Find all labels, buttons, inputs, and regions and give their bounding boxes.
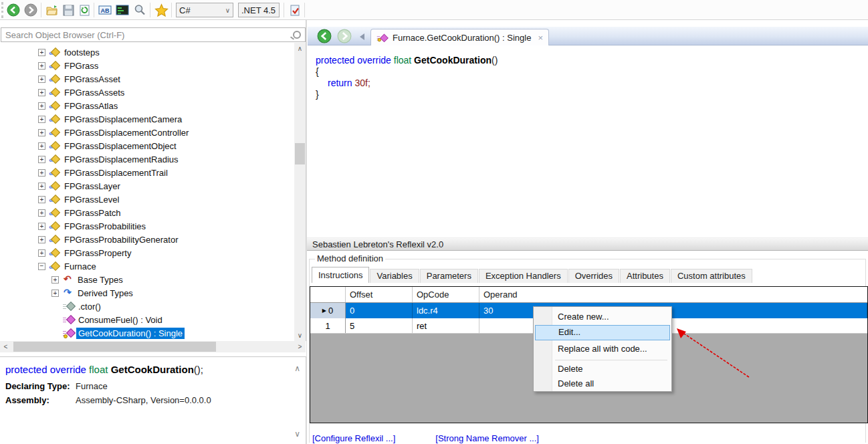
tree-vertical-scrollbar[interactable]: ∧ ∨ bbox=[294, 43, 306, 341]
tab-variables[interactable]: Variables bbox=[370, 269, 419, 283]
groupbox-label: Method definition bbox=[315, 253, 385, 263]
expand-icon[interactable] bbox=[38, 116, 45, 123]
tab-overrides[interactable]: Overrides bbox=[568, 269, 619, 283]
tree-item[interactable]: FPGrassDisplacementObject bbox=[0, 139, 293, 152]
search-input[interactable] bbox=[5, 30, 293, 40]
tree-item[interactable]: FPGrassLayer bbox=[0, 179, 293, 193]
expand-icon[interactable] bbox=[51, 290, 59, 297]
tree-item[interactable]: FPGrassAsset bbox=[0, 72, 293, 86]
tree-item-furnace[interactable]: Furnace bbox=[0, 259, 293, 273]
tree-item-base-types[interactable]: Base Types bbox=[0, 273, 293, 286]
tree-item-derived-types[interactable]: Derived Types bbox=[0, 286, 293, 300]
tree-item-consumefuel[interactable]: ConsumeFuel() : Void bbox=[0, 313, 293, 326]
row-header-cell[interactable]: ▶0 bbox=[310, 303, 346, 318]
reflexil-tabs: Instructions Variables Parameters Except… bbox=[312, 267, 753, 283]
tree-item[interactable]: FPGrassLevel bbox=[0, 193, 293, 206]
scroll-right-icon[interactable]: > bbox=[294, 341, 306, 352]
menu-item-edit[interactable]: Edit... bbox=[535, 325, 670, 340]
scroll-down-icon[interactable]: ∨ bbox=[294, 429, 300, 439]
tree-item[interactable]: FPGrassProperty bbox=[0, 246, 293, 259]
expand-icon[interactable] bbox=[38, 236, 45, 243]
configure-reflexil-link[interactable]: [Configure Reflexil ...] bbox=[312, 433, 395, 443]
close-icon[interactable]: × bbox=[538, 33, 543, 43]
column-header-opcode[interactable]: OpCode bbox=[413, 287, 479, 302]
scroll-down-icon[interactable]: ∨ bbox=[294, 330, 306, 341]
menu-item-replace-all[interactable]: Replace all with code... bbox=[535, 342, 670, 357]
expand-icon[interactable] bbox=[38, 62, 45, 70]
tree-item[interactable]: FPGrassDisplacementController bbox=[0, 126, 293, 139]
menu-item-delete-all[interactable]: Delete all bbox=[535, 376, 670, 392]
tree-item[interactable]: FPGrassDisplacementRadius bbox=[0, 152, 293, 166]
tab-forward-button[interactable] bbox=[337, 29, 352, 43]
tab-exception-handlers[interactable]: Exception Handlers bbox=[479, 269, 568, 283]
find-text-button[interactable]: AB bbox=[97, 3, 113, 17]
tree-item[interactable]: footsteps bbox=[0, 45, 293, 59]
expand-icon[interactable] bbox=[38, 49, 45, 56]
scroll-left-icon[interactable]: < bbox=[0, 341, 11, 352]
method-key-icon bbox=[63, 328, 74, 338]
collapse-icon[interactable] bbox=[38, 263, 45, 270]
toolbar-grip[interactable] bbox=[1, 2, 3, 18]
expand-icon[interactable] bbox=[38, 129, 45, 136]
expand-icon[interactable] bbox=[38, 102, 45, 110]
framework-select[interactable]: .NET 4.5 ∨ bbox=[238, 3, 280, 17]
tree-item[interactable]: FPGrassProbabilityGenerator bbox=[0, 233, 293, 246]
reflexil-footer-links: [Configure Reflexil ...] [Strong Name Re… bbox=[312, 433, 539, 443]
disassembler-button[interactable] bbox=[114, 3, 130, 17]
menu-item-create-new[interactable]: Create new... bbox=[535, 310, 670, 325]
strong-name-remover-link[interactable]: [Strong Name Remover ...] bbox=[435, 433, 539, 443]
signature-keyword: protected bbox=[5, 364, 47, 375]
search-button[interactable] bbox=[132, 3, 148, 17]
expand-icon[interactable] bbox=[38, 183, 45, 190]
tree-horizontal-scrollbar[interactable]: < > bbox=[0, 341, 306, 352]
tree-item-getcookduration[interactable]: GetCookDuration() : Single bbox=[0, 326, 293, 340]
scrollbar-thumb[interactable] bbox=[13, 342, 216, 352]
tab-parameters[interactable]: Parameters bbox=[420, 269, 478, 283]
cell-opcode[interactable]: ldc.r4 bbox=[413, 303, 479, 318]
tab-custom-attributes[interactable]: Custom attributes bbox=[671, 269, 752, 283]
tree-item[interactable]: FPGrass bbox=[0, 59, 293, 72]
scrollbar-thumb[interactable] bbox=[295, 143, 305, 164]
tree-item[interactable]: FPGrassDisplacementCamera bbox=[0, 112, 293, 126]
tab-instructions[interactable]: Instructions bbox=[312, 267, 369, 283]
expand-icon[interactable] bbox=[51, 276, 59, 284]
tree-item-ctor[interactable]: .ctor() bbox=[0, 300, 293, 313]
refresh-button[interactable] bbox=[76, 3, 92, 17]
back-button[interactable] bbox=[5, 3, 21, 17]
column-header-operand[interactable]: Operand bbox=[479, 287, 867, 302]
expand-icon[interactable] bbox=[38, 89, 45, 96]
tab-scroll-left-icon[interactable] bbox=[360, 33, 364, 40]
refresh-icon bbox=[78, 4, 91, 17]
forward-button[interactable] bbox=[23, 3, 39, 17]
expand-icon[interactable] bbox=[38, 196, 45, 203]
cell-offset[interactable]: 5 bbox=[346, 318, 413, 333]
menu-item-delete[interactable]: Delete bbox=[535, 362, 670, 377]
cell-offset[interactable]: 0 bbox=[346, 303, 413, 318]
tab-attributes[interactable]: Attributes bbox=[620, 269, 670, 283]
expand-icon[interactable] bbox=[38, 142, 45, 150]
expand-icon[interactable] bbox=[38, 156, 45, 163]
cell-opcode[interactable]: ret bbox=[413, 318, 479, 333]
row-header-cell[interactable]: 1 bbox=[310, 318, 346, 333]
verify-button[interactable] bbox=[287, 3, 303, 17]
save-button[interactable] bbox=[60, 3, 76, 17]
expand-icon[interactable] bbox=[38, 76, 45, 83]
search-icon[interactable] bbox=[293, 31, 301, 39]
tree-item[interactable]: FPGrassAtlas bbox=[0, 99, 293, 112]
expand-icon[interactable] bbox=[38, 209, 45, 217]
tab-getcookduration[interactable]: Furnace.GetCookDuration() : Single × bbox=[370, 29, 549, 45]
column-header-offset[interactable]: Offset bbox=[346, 287, 413, 302]
tree-item[interactable]: FPGrassProbabilities bbox=[0, 219, 293, 233]
language-select[interactable]: C# ∨ bbox=[176, 3, 233, 17]
tree-item[interactable]: FPGrassPatch bbox=[0, 206, 293, 219]
open-button[interactable] bbox=[44, 3, 60, 17]
scroll-up-icon[interactable]: ∧ bbox=[294, 43, 306, 54]
tab-back-button[interactable] bbox=[317, 29, 332, 43]
scroll-up-icon[interactable]: ∧ bbox=[294, 364, 300, 373]
favorites-button[interactable] bbox=[153, 3, 169, 17]
expand-icon[interactable] bbox=[38, 249, 45, 257]
expand-icon[interactable] bbox=[38, 169, 45, 177]
tree-item[interactable]: FPGrassAssets bbox=[0, 86, 293, 99]
expand-icon[interactable] bbox=[38, 223, 45, 230]
tree-item[interactable]: FPGrassDisplacementTrail bbox=[0, 166, 293, 179]
